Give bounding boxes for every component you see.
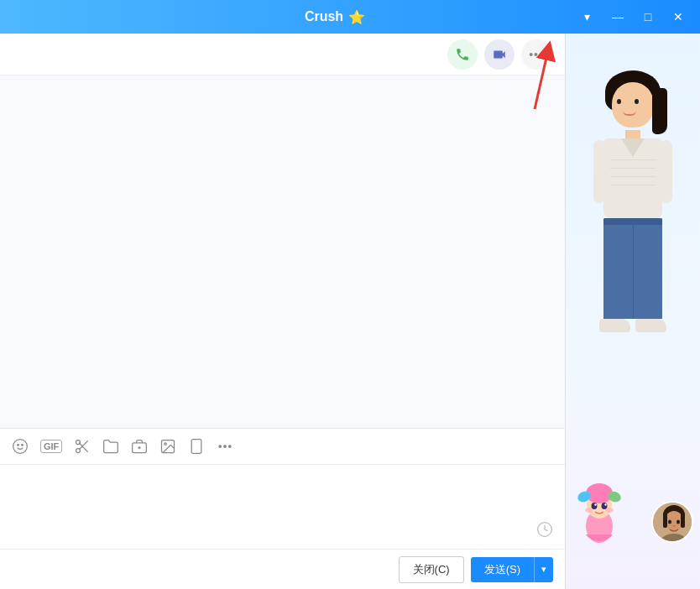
svg-point-31 [605,508,614,513]
svg-point-30 [585,508,593,513]
dropdown-button[interactable]: ▾ [576,5,599,29]
svg-point-38 [676,520,680,524]
send-dropdown-button[interactable]: ▾ [534,557,553,582]
phone-toolbar-button[interactable] [188,438,205,455]
bottom-action-bar: 关闭(C) 发送(S) ▾ [0,549,565,589]
svg-rect-36 [681,513,685,528]
contact-avatar-figure [578,76,687,332]
chat-messages[interactable] [0,76,565,428]
close-chat-button[interactable]: 关闭(C) [399,556,464,583]
svg-point-3 [18,445,19,446]
svg-point-39 [673,525,676,527]
more-options-button[interactable]: ••• [521,39,551,70]
title-bar-center: Crush ⭐ [305,9,365,25]
title-bar: Crush ⭐ ▾ — □ ✕ [0,0,700,34]
user-avatar [651,501,693,543]
svg-point-14 [165,443,167,446]
svg-point-6 [76,449,81,453]
video-call-button[interactable] [484,39,515,70]
folder-button[interactable] [102,438,119,455]
svg-point-27 [602,503,608,509]
svg-point-18 [224,446,227,448]
chat-toolbar: GIF [0,428,565,465]
svg-point-4 [22,445,24,446]
svg-line-8 [84,448,88,452]
main-container: ••• [0,34,700,589]
minimize-button[interactable]: — [606,5,629,29]
chat-panel: ••• [0,34,566,589]
svg-point-28 [594,503,596,505]
svg-point-34 [665,511,683,531]
svg-point-26 [592,503,598,509]
svg-point-2 [13,440,28,454]
chat-header: ••• [0,34,565,76]
chat-input-area [0,465,565,549]
image-folder-button[interactable] [131,438,148,455]
right-panel [566,34,700,589]
window-title: Crush [305,9,343,24]
svg-point-17 [219,446,222,448]
close-button[interactable]: ✕ [666,5,690,29]
svg-point-19 [229,446,232,448]
title-bar-controls: ▾ — □ ✕ [576,5,690,29]
history-icon[interactable] [536,521,553,542]
svg-rect-15 [192,440,202,454]
avatar-decorations [566,480,700,543]
gif-button[interactable]: GIF [40,440,62,453]
voice-call-button[interactable] [447,39,478,70]
svg-point-29 [604,503,606,505]
photo-button[interactable] [159,438,176,455]
svg-point-37 [668,520,671,524]
star-icon: ⭐ [348,9,365,25]
more-toolbar-button[interactable] [217,438,233,455]
maximize-button[interactable]: □ [636,5,660,29]
send-button[interactable]: 发送(S) [471,557,534,582]
anime-sticker [572,480,627,543]
scissors-button[interactable] [74,438,91,455]
send-button-group: 发送(S) ▾ [471,557,553,582]
svg-rect-35 [663,513,667,528]
emoji-button[interactable] [12,438,29,455]
message-input[interactable] [12,472,553,530]
